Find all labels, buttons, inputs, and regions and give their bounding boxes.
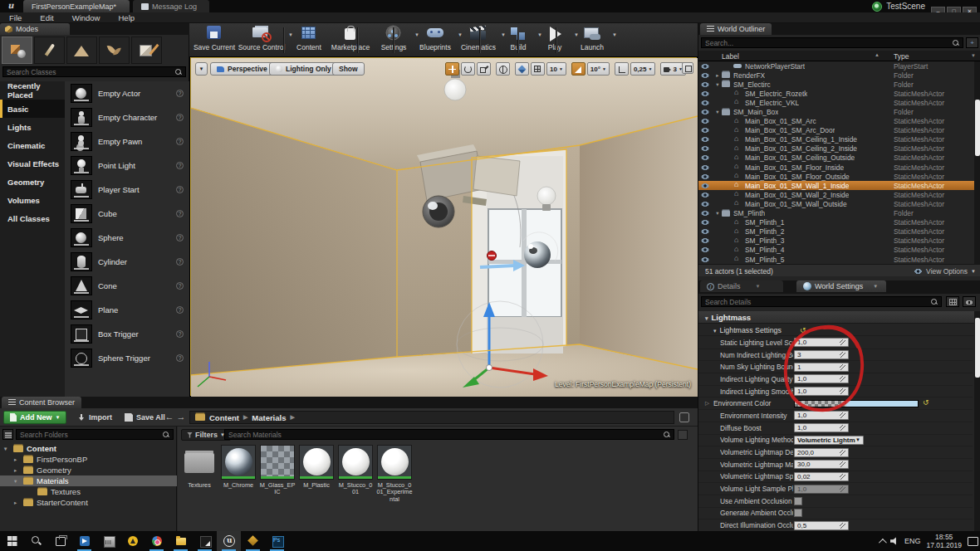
property-value-field[interactable]: 200,0▼ xyxy=(794,448,849,457)
toolbar-button[interactable]: Save Current ▼ xyxy=(193,26,236,55)
world-settings-tab[interactable]: World Settings▼ xyxy=(796,280,886,292)
add-new-button[interactable]: Add New▼ xyxy=(3,411,66,424)
outliner-row[interactable]: SM_Plinth_4 StaticMeshActor xyxy=(698,246,974,255)
taskbar-app-button[interactable] xyxy=(217,531,241,551)
type-column-header[interactable]: Type xyxy=(894,52,909,61)
help-icon[interactable]: ? xyxy=(176,114,184,121)
reset-to-default-icon[interactable]: ↺ xyxy=(800,326,806,334)
taskbar-app-button[interactable] xyxy=(265,531,289,551)
menu-item[interactable]: Help xyxy=(109,13,144,22)
visibility-eye-icon[interactable] xyxy=(701,100,709,106)
dropdown-caret-icon[interactable]: ▼ xyxy=(855,437,860,442)
maximize-viewport-button[interactable] xyxy=(682,62,693,74)
import-button[interactable]: Import xyxy=(73,411,117,424)
category-item[interactable]: Cinematic xyxy=(0,136,65,154)
expander-icon[interactable] xyxy=(14,467,20,474)
outliner-row[interactable]: Main_Box_01_SM_Floor_Outside StaticMeshA… xyxy=(698,172,974,181)
filters-button[interactable]: Filters▼ xyxy=(181,429,231,441)
taskbar-app-button[interactable] xyxy=(241,531,265,551)
placeable-class-row[interactable]: Point Light ? xyxy=(65,154,189,178)
category-item[interactable]: Basic xyxy=(0,100,65,118)
viewport-options-dropdown[interactable]: ▼ xyxy=(195,62,208,76)
spinbox-drag-icon[interactable] xyxy=(840,352,845,358)
spinbox-drag-icon[interactable] xyxy=(840,486,845,492)
menu-item[interactable]: Edit xyxy=(31,13,62,22)
spinbox-drag-icon[interactable] xyxy=(840,376,845,382)
category-item[interactable]: All Classes xyxy=(0,209,65,227)
property-value-field[interactable]: 0,5▼ xyxy=(794,521,849,530)
taskbar-app-button[interactable] xyxy=(145,531,169,551)
scale-tool-button[interactable] xyxy=(477,62,491,76)
mode-landscape-button[interactable] xyxy=(66,37,97,64)
mode-paint-button[interactable] xyxy=(34,37,65,64)
help-icon[interactable]: ? xyxy=(176,234,184,241)
property-value-field[interactable]: 1▼ xyxy=(794,363,849,372)
outliner-row[interactable]: SM_Plinth_3 StaticMeshActor xyxy=(698,236,974,246)
placeable-class-row[interactable]: Sphere ? xyxy=(65,226,189,250)
spinbox-drag-icon[interactable] xyxy=(840,388,845,394)
property-checkbox[interactable] xyxy=(794,497,802,505)
taskbar-app-button[interactable] xyxy=(72,531,96,551)
placeable-class-row[interactable]: Empty Pawn ? xyxy=(65,129,189,154)
expander-icon[interactable] xyxy=(714,210,721,217)
asset-tile[interactable]: M_Stucco_001_Experimental xyxy=(376,445,413,511)
visibility-eye-icon[interactable] xyxy=(701,256,709,263)
asset-tile[interactable]: M_Plastic xyxy=(298,445,335,511)
visibility-eye-icon[interactable] xyxy=(701,90,709,97)
outliner-scrollbar[interactable] xyxy=(974,61,980,264)
scrollbar-thumb[interactable] xyxy=(975,318,980,378)
tray-expand-icon[interactable] xyxy=(879,538,887,546)
content-browser-tab[interactable]: Content Browser xyxy=(2,397,81,408)
visibility-eye-icon[interactable] xyxy=(701,183,709,189)
asset-thumbnail[interactable] xyxy=(182,445,217,480)
settings-search-input[interactable] xyxy=(705,298,930,306)
mode-geometry-button[interactable] xyxy=(131,37,162,64)
placeable-class-row[interactable]: Player Start ? xyxy=(65,178,189,202)
type-filter-caret-icon[interactable]: ▼ xyxy=(971,53,976,58)
visibility-eye-icon[interactable] xyxy=(701,228,709,235)
asset-tile[interactable]: M_Glass_EPIC xyxy=(259,445,296,511)
property-value-field[interactable]: 3▼ xyxy=(794,350,849,359)
expander-icon[interactable] xyxy=(714,81,721,88)
notification-center-icon[interactable] xyxy=(968,537,978,546)
scrollbar-thumb[interactable] xyxy=(975,100,980,156)
grid-snap-value[interactable]: 10▼ xyxy=(546,62,566,76)
help-icon[interactable]: ? xyxy=(176,306,184,314)
placeable-class-row[interactable]: Empty Actor ? xyxy=(65,81,189,105)
settings-view-options-button[interactable] xyxy=(963,296,976,307)
taskbar-app-button[interactable] xyxy=(193,531,217,551)
folder-tree-row[interactable]: Content xyxy=(0,443,177,454)
property-value-field[interactable]: 1,0▼ xyxy=(794,485,849,494)
spinbox-drag-icon[interactable] xyxy=(840,412,845,418)
outliner-view-options[interactable]: View Options▼ xyxy=(914,267,976,276)
outliner-row[interactable]: Main_Box_01_SM_Arc_Door StaticMeshActor xyxy=(698,126,974,135)
visibility-eye-icon[interactable] xyxy=(701,192,709,198)
visibility-eye-icon[interactable] xyxy=(701,154,709,161)
mode-place-button[interactable] xyxy=(2,37,32,64)
folder-tree-row[interactable]: StarterContent xyxy=(0,497,177,508)
placeable-class-row[interactable]: Plane ? xyxy=(65,298,189,322)
taskbar-app-button[interactable] xyxy=(48,531,72,551)
rotation-snap-value[interactable]: 10°▼ xyxy=(587,62,610,76)
menu-item[interactable]: File xyxy=(0,13,31,22)
lightmass-section-header[interactable]: ▾Lightmass xyxy=(698,311,980,324)
expander-icon[interactable] xyxy=(14,456,20,463)
show-flags-button[interactable]: Show xyxy=(332,62,365,76)
toolbar-button[interactable]: Settings ▼ xyxy=(375,26,412,55)
property-value-field[interactable]: 1,0▼ xyxy=(794,374,849,383)
outliner-filter-button[interactable]: + xyxy=(966,37,978,48)
expander-icon[interactable] xyxy=(714,72,721,79)
visibility-eye-icon[interactable] xyxy=(701,136,709,143)
tab-message-log[interactable]: Message Log xyxy=(133,0,209,12)
property-value-field[interactable]: 1,0▼ xyxy=(794,411,849,420)
spinbox-drag-icon[interactable] xyxy=(840,450,845,456)
asset-thumbnail[interactable] xyxy=(338,445,373,480)
outliner-row[interactable]: Main_Box_01_SM_Arc StaticMeshActor xyxy=(698,117,974,126)
help-icon[interactable]: ? xyxy=(176,354,184,362)
property-expander-icon[interactable] xyxy=(705,400,712,407)
folder-tree-row[interactable]: Materials xyxy=(0,475,177,486)
property-checkbox[interactable] xyxy=(794,509,802,517)
visibility-eye-icon[interactable] xyxy=(701,164,709,171)
spinbox-drag-icon[interactable] xyxy=(840,364,845,370)
property-value-field[interactable]: 1,0▼ xyxy=(794,423,849,432)
